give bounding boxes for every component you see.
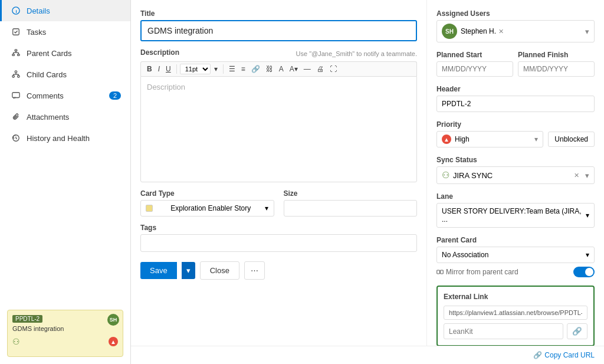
planned-start-input[interactable] [436, 61, 513, 77]
list-ordered-button[interactable]: ≡ [239, 64, 248, 74]
sidebar-item-child-cards[interactable]: Child Cards [0, 64, 130, 85]
highlight-button[interactable]: A▾ [287, 64, 300, 74]
sync-status-label: Sync Status [436, 156, 595, 164]
bottom-fields: Card Type Exploration Enabler Story ▾ Si… [140, 189, 417, 217]
priority-value: High [455, 135, 470, 143]
sync-dropdown-arrow[interactable]: ▾ [585, 171, 589, 180]
underline-button[interactable]: U [163, 64, 173, 74]
title-label: Title [140, 9, 417, 18]
assigned-users-box[interactable]: SH Stephen H. ✕ ▾ [436, 20, 595, 42]
font-size-select[interactable]: 11pt8pt10pt12pt14pt [180, 64, 211, 74]
svg-rect-20 [441, 270, 444, 274]
tags-field: Tags [140, 224, 417, 252]
assigned-users-label: Assigned Users [436, 9, 595, 18]
size-field: Size [284, 189, 418, 217]
sidebar-item-attachments[interactable]: Attachments [0, 106, 130, 127]
svg-rect-19 [437, 270, 440, 274]
more-button[interactable]: ⋯ [244, 261, 265, 280]
users-dropdown-arrow[interactable]: ▾ [585, 27, 589, 36]
sidebar-item-history-label: History and Health [27, 134, 90, 143]
priority-field: Priority ▲ High ▾ Unblocked [436, 120, 595, 147]
italic-button[interactable]: I [156, 64, 162, 74]
dates-field: Planned Start Planned Finish [436, 51, 595, 77]
close-button[interactable]: Close [200, 261, 239, 280]
priority-arrow: ▾ [534, 135, 538, 143]
hr-button[interactable]: — [301, 64, 313, 74]
priority-icon: ▲ [442, 135, 451, 144]
card-preview-title: GDMS integration [12, 325, 118, 332]
parent-card-arrow: ▾ [586, 251, 589, 259]
sidebar: i Details Tasks Parent Cards Child Cards… [0, 0, 131, 364]
font-color-button[interactable]: A [277, 64, 286, 74]
external-link-url-input[interactable] [444, 306, 587, 320]
sync-box[interactable]: ⚇ JIRA SYNC ✕ ▾ [436, 166, 595, 184]
planned-finish-label: Planned Finish [518, 51, 595, 59]
unblocked-button[interactable]: Unblocked [548, 132, 595, 147]
sidebar-item-details-label: Details [27, 6, 50, 15]
action-bar: Save ▾ Close ⋯ [140, 261, 417, 280]
unlink-button[interactable]: ⛓ [264, 64, 275, 74]
link-button[interactable]: 🔗 [249, 64, 262, 74]
list-unordered-button[interactable]: ☰ [226, 64, 238, 74]
sidebar-item-details[interactable]: i Details [0, 0, 130, 21]
copy-card-url-bar[interactable]: 🔗 Copy Card URL [131, 346, 604, 364]
lane-value: USER STORY DELIVERY:Team Beta (JIRA, ... [442, 207, 586, 224]
svg-point-12 [18, 76, 20, 78]
header-field: Header [436, 85, 595, 112]
size-label: Size [284, 189, 418, 198]
parent-card-value: No Association [442, 251, 488, 259]
copy-card-url-label: Copy Card URL [544, 351, 595, 359]
title-input[interactable] [140, 20, 417, 41]
lane-field: Lane USER STORY DELIVERY:Team Beta (JIRA… [436, 192, 595, 228]
svg-rect-17 [12, 93, 19, 98]
bold-button[interactable]: B [145, 64, 155, 74]
check-square-icon [11, 27, 21, 37]
parent-card-select[interactable]: No Association ▾ [436, 247, 595, 263]
assigned-users-field: Assigned Users SH Stephen H. ✕ ▾ [436, 9, 595, 42]
svg-point-10 [15, 71, 17, 73]
font-size-arrow[interactable]: ▾ [212, 64, 220, 74]
sidebar-item-tasks[interactable]: Tasks [0, 21, 130, 42]
child-icon [11, 70, 21, 79]
save-dropdown-button[interactable]: ▾ [182, 262, 195, 279]
planned-start-field: Planned Start [436, 51, 513, 77]
size-input[interactable] [284, 200, 418, 217]
sidebar-item-parent-cards[interactable]: Parent Cards [0, 42, 130, 64]
card-type-arrow: ▾ [265, 204, 268, 212]
remove-user-button[interactable]: ✕ [498, 28, 504, 35]
header-label: Header [436, 85, 595, 93]
sitemap-icon [11, 48, 21, 58]
comments-badge: 2 [109, 91, 121, 100]
description-label: Description [140, 48, 179, 57]
card-type-select[interactable]: Exploration Enabler Story ▾ [140, 200, 274, 217]
user-tag: Stephen H. ✕ [461, 27, 504, 35]
mirror-toggle[interactable] [573, 267, 595, 277]
sidebar-item-history[interactable]: History and Health [0, 127, 130, 149]
card-preview-id: PPDTL-2 [12, 315, 42, 323]
save-button[interactable]: Save [140, 262, 177, 279]
sidebar-item-comments[interactable]: Comments 2 [0, 85, 130, 106]
fullscreen-button[interactable]: ⛶ [327, 64, 339, 74]
paperclip-icon [11, 112, 21, 122]
external-link-label: External Link [444, 293, 587, 301]
link-action-button[interactable]: 🔗 [567, 323, 587, 339]
priority-select[interactable]: ▲ High ▾ [436, 131, 543, 147]
planned-finish-input[interactable] [518, 61, 595, 77]
print-button[interactable]: 🖨 [314, 64, 326, 74]
tags-label: Tags [140, 224, 417, 232]
sync-status-field: Sync Status ⚇ JIRA SYNC ✕ ▾ [436, 156, 595, 184]
tags-input[interactable] [140, 234, 417, 252]
svg-rect-3 [15, 50, 17, 51]
sync-remove-button[interactable]: ✕ [574, 172, 579, 179]
description-editor[interactable]: Description [140, 76, 417, 182]
lane-select[interactable]: USER STORY DELIVERY:Team Beta (JIRA, ...… [436, 203, 595, 228]
description-placeholder: Description [147, 83, 185, 91]
sidebar-item-comments-label: Comments [27, 91, 64, 100]
main-content: Title Description Use "@Jane_Smith" to n… [131, 0, 604, 364]
external-link-source-input[interactable] [444, 323, 563, 339]
user-avatar: SH [442, 24, 457, 39]
header-input[interactable] [436, 96, 595, 112]
svg-point-11 [12, 76, 15, 78]
date-fields: Planned Start Planned Finish [436, 51, 595, 77]
card-type-field: Card Type Exploration Enabler Story ▾ [140, 189, 274, 217]
